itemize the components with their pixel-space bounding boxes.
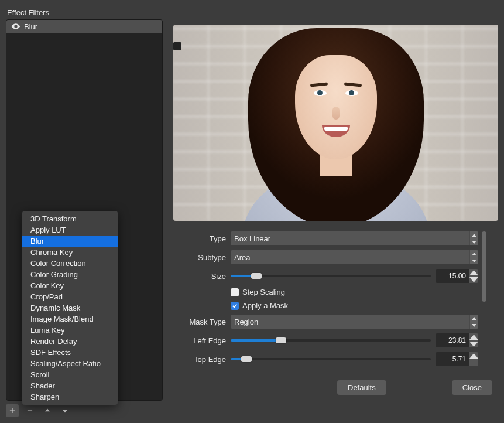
menu-item[interactable]: Crop/Pad [22, 291, 118, 302]
menu-item[interactable]: Shader [22, 380, 118, 391]
subtype-value: Area [234, 253, 250, 262]
properties-scrollbar[interactable] [482, 231, 486, 372]
left-edge-slider[interactable] [231, 335, 431, 346]
scrollbar-thumb[interactable] [482, 231, 486, 302]
move-filter-down-button[interactable] [59, 404, 71, 417]
top-edge-stepper[interactable] [469, 352, 478, 366]
dialog-footer: Defaults Close [173, 380, 498, 395]
apply-mask-row: Apply a Mask [173, 301, 478, 310]
menu-item[interactable]: Blur [22, 236, 118, 247]
menu-item[interactable]: SDF Effects [22, 347, 118, 358]
menu-item[interactable]: Color Correction [22, 258, 118, 269]
visibility-icon[interactable] [11, 22, 20, 31]
subtype-dropdown[interactable]: Area [231, 250, 478, 264]
defaults-button[interactable]: Defaults [337, 380, 386, 395]
mask-type-label: Mask Type [173, 318, 226, 326]
menu-item[interactable]: 3D Transform [22, 213, 118, 224]
size-row: Size 15.00 [173, 269, 478, 283]
filter-row-label: Blur [24, 22, 37, 31]
updown-icon [469, 231, 478, 245]
top-edge-row: Top Edge 5.71 [173, 352, 478, 366]
mask-type-dropdown[interactable]: Region [231, 315, 478, 329]
left-edge-row: Left Edge 23.81 [173, 333, 478, 347]
preview-image [173, 25, 498, 221]
subtype-label: Subtype [173, 253, 226, 262]
subtype-row: Subtype Area [173, 250, 478, 264]
menu-item[interactable]: Color Grading [22, 269, 118, 280]
step-scaling-row: Step Scaling [173, 288, 478, 296]
type-dropdown[interactable]: Box Linear [231, 231, 478, 245]
menu-item[interactable]: Sharpen [22, 391, 118, 402]
size-input[interactable]: 15.00 [436, 269, 469, 283]
properties-panel: Type Box Linear Subtype Area [173, 231, 498, 372]
menu-item[interactable]: Luma Key [22, 325, 118, 336]
menu-item[interactable]: Image Mask/Blend [22, 313, 118, 325]
right-column: Type Box Linear Subtype Area [173, 5, 498, 417]
updown-icon [469, 315, 478, 329]
move-filter-up-button[interactable] [41, 404, 54, 417]
step-scaling-label: Step Scaling [242, 288, 285, 296]
type-row: Type Box Linear [173, 231, 478, 245]
menu-item[interactable]: Render Delay [22, 336, 118, 347]
top-edge-slider[interactable] [231, 353, 431, 365]
mask-type-value: Region [234, 318, 258, 326]
size-slider[interactable] [231, 270, 431, 282]
menu-item[interactable]: Scroll [22, 369, 118, 380]
remove-filter-button[interactable] [23, 404, 36, 417]
menu-item[interactable]: Scaling/Aspect Ratio [22, 358, 118, 369]
menu-item[interactable]: Apply LUT [22, 224, 118, 236]
menu-item[interactable]: Chroma Key [22, 247, 118, 258]
panel-title: Effect Filters [7, 8, 163, 17]
size-label: Size [173, 272, 226, 281]
apply-mask-checkbox[interactable] [231, 302, 239, 310]
left-edge-label: Left Edge [173, 336, 226, 345]
type-label: Type [173, 234, 226, 243]
left-edge-input[interactable]: 23.81 [436, 333, 469, 347]
type-value: Box Linear [234, 234, 270, 243]
close-button[interactable]: Close [452, 380, 492, 395]
left-edge-stepper[interactable] [469, 333, 478, 347]
filters-toolbar [6, 404, 163, 417]
top-edge-label: Top Edge [173, 355, 226, 364]
step-scaling-checkbox[interactable] [231, 288, 239, 296]
mask-type-row: Mask Type Region [173, 315, 478, 329]
apply-mask-label: Apply a Mask [242, 301, 288, 310]
filter-row-blur[interactable]: Blur [6, 20, 162, 33]
size-stepper[interactable] [469, 269, 478, 283]
top-edge-input[interactable]: 5.71 [436, 352, 469, 366]
menu-item[interactable]: Color Key [22, 280, 118, 291]
menu-item[interactable]: Dynamic Mask [22, 302, 118, 313]
add-filter-button[interactable] [6, 404, 19, 417]
updown-icon [469, 250, 478, 264]
add-filter-menu[interactable]: 3D TransformApply LUTBlurChroma KeyColor… [22, 211, 118, 405]
